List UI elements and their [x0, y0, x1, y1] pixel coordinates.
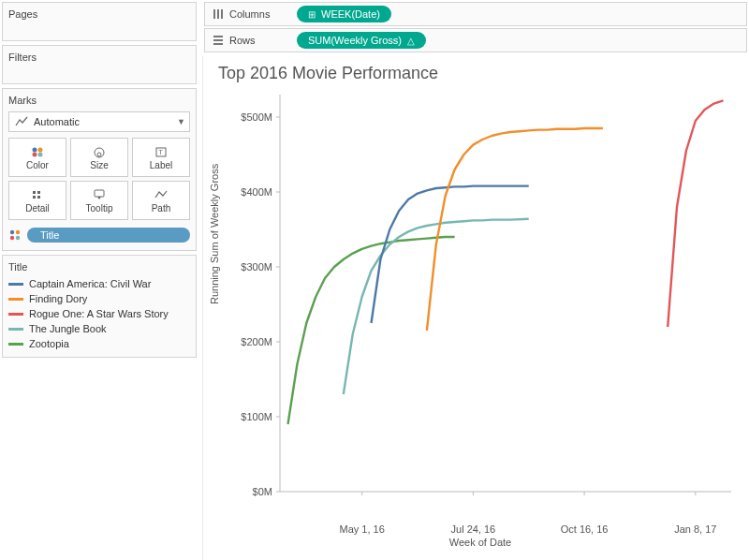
- filters-shelf[interactable]: Filters: [2, 45, 197, 84]
- svg-rect-10: [33, 196, 36, 199]
- y-tick: $0M: [235, 486, 272, 497]
- label-button[interactable]: T Label: [132, 138, 190, 177]
- svg-point-14: [16, 230, 20, 234]
- columns-label: Columns: [229, 8, 270, 20]
- mark-type-dropdown[interactable]: Automatic ▼: [8, 111, 190, 132]
- svg-rect-11: [37, 196, 40, 199]
- pages-title: Pages: [8, 8, 190, 20]
- y-tick: $100M: [235, 411, 272, 422]
- y-tick: $500M: [235, 111, 272, 123]
- svg-point-5: [97, 153, 101, 156]
- legend-card: Title Captain America: Civil WarFinding …: [2, 255, 197, 358]
- marks-title: Marks: [8, 95, 190, 106]
- tooltip-button[interactable]: Tooltip: [70, 181, 128, 220]
- rows-pill[interactable]: SUM(Weekly Gross) △: [297, 32, 426, 49]
- svg-point-13: [10, 230, 14, 234]
- x-tick: Jan 8, 17: [674, 523, 716, 535]
- mark-type-label: Automatic: [34, 116, 80, 127]
- legend-swatch: [8, 298, 23, 301]
- chevron-down-icon: ▼: [177, 117, 185, 126]
- svg-point-16: [16, 236, 20, 240]
- svg-rect-22: [213, 43, 223, 45]
- svg-rect-21: [213, 39, 223, 41]
- svg-rect-18: [217, 9, 219, 19]
- svg-text:T: T: [159, 149, 164, 155]
- color-mini-icon: [8, 228, 22, 242]
- legend-item[interactable]: Captain America: Civil War: [8, 276, 190, 291]
- legend-swatch: [8, 283, 23, 286]
- detail-icon: [30, 188, 45, 201]
- path-icon: [154, 188, 169, 201]
- color-icon: [30, 145, 45, 158]
- marks-card: Marks Automatic ▼ Color Size T Label Det…: [2, 88, 197, 251]
- path-button[interactable]: Path: [132, 181, 190, 220]
- columns-shelf[interactable]: Columns ⊞ WEEK(Date): [204, 2, 747, 26]
- x-tick: Oct 16, 16: [561, 523, 609, 535]
- svg-rect-19: [221, 9, 223, 19]
- chart-plot[interactable]: Running Sum of Weekly Gross $0M$100M$200…: [218, 89, 742, 520]
- y-tick: $300M: [235, 261, 272, 273]
- plus-icon: ⊞: [308, 9, 316, 20]
- size-button[interactable]: Size: [70, 138, 128, 177]
- svg-rect-20: [213, 36, 223, 37]
- series-line[interactable]: [427, 128, 603, 331]
- series-line[interactable]: [372, 186, 529, 323]
- svg-point-2: [33, 152, 37, 156]
- table-calc-icon: △: [407, 36, 415, 46]
- color-pill-title[interactable]: Title: [27, 228, 190, 243]
- legend-item[interactable]: Zootopia: [8, 336, 190, 351]
- columns-pill[interactable]: ⊞ WEEK(Date): [297, 6, 391, 22]
- label-icon: T: [154, 145, 169, 158]
- tooltip-icon: [92, 188, 107, 201]
- svg-rect-12: [95, 190, 104, 197]
- legend-swatch: [8, 313, 23, 316]
- rows-icon: [213, 35, 224, 46]
- rows-shelf[interactable]: Rows SUM(Weekly Gross) △: [204, 28, 747, 52]
- svg-rect-8: [33, 191, 36, 194]
- svg-rect-9: [37, 191, 40, 194]
- svg-point-3: [38, 152, 43, 156]
- legend-item[interactable]: The Jungle Book: [8, 321, 190, 336]
- legend-item[interactable]: Rogue One: A Star Wars Story: [8, 306, 190, 321]
- series-line[interactable]: [668, 100, 723, 327]
- chart-title[interactable]: Top 2016 Movie Performance: [218, 64, 740, 83]
- y-tick: $200M: [235, 336, 272, 347]
- legend-swatch: [8, 328, 23, 331]
- x-tick: May 1, 16: [339, 523, 384, 535]
- viz-area: Top 2016 Movie Performance Running Sum o…: [202, 56, 749, 560]
- svg-point-15: [10, 236, 14, 240]
- legend-title: Title: [8, 261, 190, 273]
- rows-label: Rows: [229, 35, 256, 46]
- svg-point-1: [38, 147, 43, 152]
- svg-point-0: [33, 147, 37, 152]
- automatic-icon: [15, 116, 28, 127]
- legend-item[interactable]: Finding Dory: [8, 291, 190, 306]
- series-line[interactable]: [288, 237, 455, 424]
- detail-button[interactable]: Detail: [8, 181, 66, 220]
- columns-icon: [213, 8, 224, 20]
- x-axis-label: Week of Date: [449, 537, 511, 548]
- filters-title: Filters: [8, 52, 190, 63]
- color-button[interactable]: Color: [8, 138, 66, 177]
- legend-swatch: [8, 343, 23, 346]
- size-icon: [92, 145, 107, 158]
- y-tick: $400M: [235, 186, 272, 198]
- x-tick: Jul 24, 16: [451, 523, 496, 535]
- svg-rect-17: [213, 9, 215, 19]
- pages-shelf[interactable]: Pages: [2, 2, 197, 41]
